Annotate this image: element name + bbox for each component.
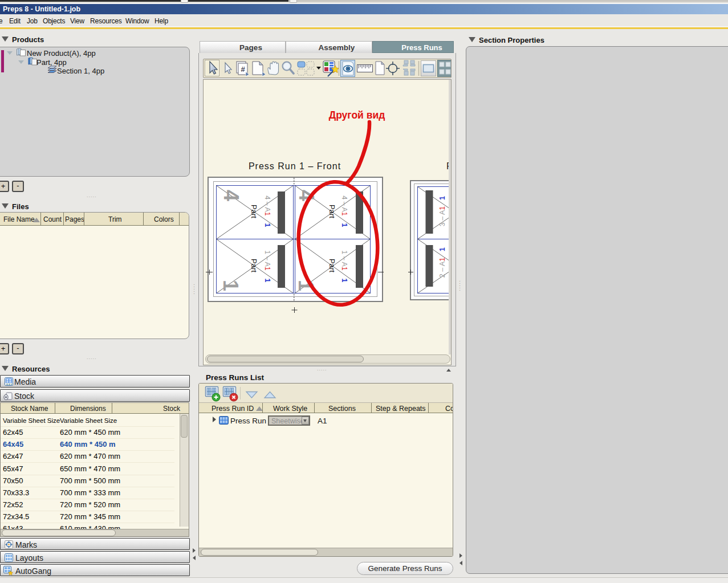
svg-text:1: 1 bbox=[438, 196, 446, 200]
svg-text:Другой вид: Другой вид bbox=[329, 109, 385, 121]
svg-text:4 – A1: 4 – A1 bbox=[263, 195, 271, 216]
svg-text:3 – A1: 3 – A1 bbox=[438, 206, 446, 227]
svg-text:1: 1 bbox=[340, 279, 348, 283]
svg-text:Part: Part bbox=[328, 205, 336, 218]
svg-text:2 – A1: 2 – A1 bbox=[438, 258, 446, 278]
svg-text:1: 1 bbox=[438, 247, 446, 251]
svg-text:4: 4 bbox=[219, 190, 243, 201]
svg-text:Press Run 1 – Front: Press Run 1 – Front bbox=[249, 161, 341, 171]
svg-text:1: 1 bbox=[263, 279, 271, 283]
svg-text:Part: Part bbox=[250, 205, 258, 218]
svg-text:1: 1 bbox=[340, 223, 348, 227]
svg-text:4 – A1: 4 – A1 bbox=[340, 195, 348, 216]
svg-text:Part: Part bbox=[328, 259, 336, 272]
svg-text:Part: Part bbox=[250, 259, 258, 272]
svg-text:1: 1 bbox=[219, 280, 242, 291]
svg-text:1: 1 bbox=[263, 223, 271, 227]
svg-text:#: # bbox=[241, 65, 245, 74]
svg-text:1 – A1: 1 – A1 bbox=[340, 250, 348, 271]
svg-text:1 – A1: 1 – A1 bbox=[263, 250, 271, 271]
